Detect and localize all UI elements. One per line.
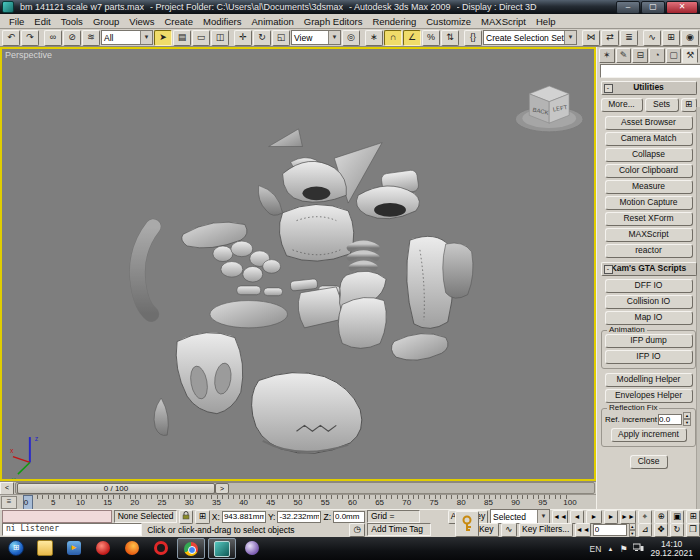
- selection-lock-icon[interactable]: [179, 510, 193, 524]
- selection-filter-dropdown[interactable]: All▼: [101, 30, 153, 45]
- chevron-down-icon[interactable]: ▼: [328, 31, 340, 44]
- explorer-icon[interactable]: [32, 538, 58, 557]
- kams-gta-scripts-rollout-header[interactable]: - Kam's GTA Scripts: [601, 262, 697, 276]
- hierarchy-tab-icon[interactable]: ⊟: [632, 48, 648, 63]
- frame-spinner[interactable]: ▲▼: [629, 523, 636, 537]
- key-selection-dropdown[interactable]: Selected▼: [490, 509, 550, 524]
- time-slider-track[interactable]: 0 / 100 >: [15, 482, 595, 494]
- collapse-rollout-icon[interactable]: -: [604, 265, 613, 274]
- utilities-tab-icon[interactable]: ⚒: [682, 48, 698, 63]
- maxscript-button[interactable]: MAXScript: [605, 228, 693, 242]
- menu-customize[interactable]: Customize: [421, 15, 476, 28]
- motion-capture-button[interactable]: Motion Capture: [605, 196, 693, 210]
- curve-editor-icon[interactable]: ∿: [643, 30, 661, 46]
- set-keys-key-icon[interactable]: [455, 511, 479, 537]
- select-move-icon[interactable]: ✛: [234, 30, 252, 46]
- panel-scrollbar[interactable]: [696, 107, 700, 509]
- media-player-icon[interactable]: ►: [61, 538, 87, 557]
- menu-animation[interactable]: Animation: [247, 15, 299, 28]
- ifp-io-button[interactable]: IFP IO: [605, 350, 693, 364]
- action-center-flag-icon[interactable]: ⚑: [619, 544, 627, 554]
- chevron-down-icon[interactable]: ▼: [140, 31, 152, 44]
- time-slider-next-button[interactable]: >: [215, 483, 229, 494]
- menu-group[interactable]: Group: [88, 15, 124, 28]
- unlink-selection-icon[interactable]: ⊘: [63, 30, 81, 46]
- zoom-extents-all-icon[interactable]: ⊞: [686, 510, 700, 524]
- add-time-tag[interactable]: Add Time Tag: [367, 523, 430, 536]
- zoom-all-icon[interactable]: ⊕: [654, 510, 668, 524]
- menu-create[interactable]: Create: [159, 15, 198, 28]
- menu-modifiers[interactable]: Modifiers: [198, 15, 247, 28]
- go-to-start-icon[interactable]: ◄◄: [552, 510, 568, 524]
- increment-spinner[interactable]: ▲▼: [683, 412, 691, 426]
- map-io-button[interactable]: Map IO: [605, 311, 693, 325]
- selection-region-icon[interactable]: ▭: [192, 30, 210, 46]
- time-slider-thumb[interactable]: 0 / 100: [17, 483, 215, 494]
- modelling-helper-button[interactable]: Modelling Helper: [605, 373, 693, 387]
- undo-icon[interactable]: ↶: [2, 30, 20, 46]
- viewport-model-parts[interactable]: BACK LEFT z x y: [2, 49, 594, 479]
- chevron-down-icon[interactable]: ▼: [537, 510, 549, 523]
- x-coordinate-field[interactable]: [222, 511, 266, 523]
- reset-xform-button[interactable]: Reset XForm: [605, 212, 693, 226]
- envelopes-helper-button[interactable]: Envelopes Helper: [605, 389, 693, 403]
- select-and-link-icon[interactable]: ∞: [44, 30, 62, 46]
- y-coordinate-field[interactable]: [277, 511, 321, 523]
- next-frame-icon[interactable]: ►: [604, 510, 618, 524]
- motion-tab-icon[interactable]: ◔: [649, 48, 665, 63]
- select-by-name-icon[interactable]: ▤: [173, 30, 191, 46]
- asset-browser-button[interactable]: Asset Browser: [605, 116, 693, 130]
- object-name-field[interactable]: [600, 64, 700, 78]
- collapse-rollout-icon[interactable]: -: [604, 84, 613, 93]
- use-pivot-center-icon[interactable]: ◎: [342, 30, 360, 46]
- utilities-config-icon[interactable]: ⊞: [681, 98, 697, 112]
- menu-rendering[interactable]: Rendering: [367, 15, 421, 28]
- perspective-viewport[interactable]: Perspective: [0, 47, 596, 481]
- close-button[interactable]: ✕: [666, 1, 698, 14]
- max-app-icon[interactable]: [208, 538, 236, 559]
- measure-button[interactable]: Measure: [605, 180, 693, 194]
- new-key-curve-icon[interactable]: ∿: [501, 523, 517, 537]
- select-manipulate-icon[interactable]: ∗: [365, 30, 383, 46]
- current-frame-field[interactable]: [593, 524, 627, 536]
- atom-app-icon[interactable]: [90, 538, 116, 557]
- taskbar-clock[interactable]: 14:10 29.12.2021: [650, 540, 697, 558]
- collapse-button[interactable]: Collapse: [605, 148, 693, 162]
- macro-recorder-field[interactable]: [2, 510, 112, 523]
- maxscript-mini-listener[interactable]: ni Listener: [2, 523, 142, 536]
- apply-increment-button[interactable]: Apply increment: [611, 428, 687, 442]
- track-bar[interactable]: ≡ 05101520253035404550556065707580859095…: [0, 494, 596, 509]
- camera-match-button[interactable]: Camera Match: [605, 132, 693, 146]
- dff-io-button[interactable]: DFF IO: [605, 279, 693, 293]
- zoom-icon[interactable]: ⌖: [638, 510, 652, 524]
- align-icon[interactable]: ⇄: [601, 30, 619, 46]
- material-editor-icon[interactable]: ◉: [681, 30, 699, 46]
- collision-io-button[interactable]: Collision IO: [605, 295, 693, 309]
- language-indicator[interactable]: EN: [590, 544, 602, 554]
- select-object-icon[interactable]: ➤: [154, 30, 172, 46]
- ifp-dump-button[interactable]: IFP dump: [605, 334, 693, 348]
- spinner-snap-icon[interactable]: ⇅: [441, 30, 459, 46]
- more-button[interactable]: More...: [601, 98, 643, 112]
- bind-to-spacewarp-icon[interactable]: ≋: [82, 30, 100, 46]
- start-button[interactable]: ⊞: [3, 538, 29, 557]
- maximize-button[interactable]: ▢: [641, 1, 665, 14]
- chrome-icon[interactable]: [177, 538, 205, 559]
- menu-maxscript[interactable]: MAXScript: [476, 15, 531, 28]
- menu-views[interactable]: Views: [124, 15, 159, 28]
- redo-icon[interactable]: ↷: [21, 30, 39, 46]
- menu-edit[interactable]: Edit: [29, 15, 55, 28]
- hidden-icons-chevron-icon[interactable]: ▲: [607, 546, 613, 552]
- time-slider-prev-button[interactable]: <: [0, 482, 14, 495]
- edit-named-selections-icon[interactable]: {}: [464, 30, 482, 46]
- network-icon[interactable]: [633, 543, 644, 554]
- reactor-button[interactable]: reactor: [605, 244, 693, 258]
- schematic-view-icon[interactable]: ⊞: [662, 30, 680, 46]
- arc-rotate-icon[interactable]: ↻: [670, 523, 684, 537]
- opera-icon[interactable]: [148, 538, 174, 557]
- select-scale-icon[interactable]: ◱: [272, 30, 290, 46]
- minimize-button[interactable]: –: [616, 1, 640, 14]
- absolute-offset-toggle-icon[interactable]: ⊞: [195, 510, 210, 524]
- menu-help[interactable]: Help: [531, 15, 561, 28]
- window-crossing-icon[interactable]: ◫: [211, 30, 229, 46]
